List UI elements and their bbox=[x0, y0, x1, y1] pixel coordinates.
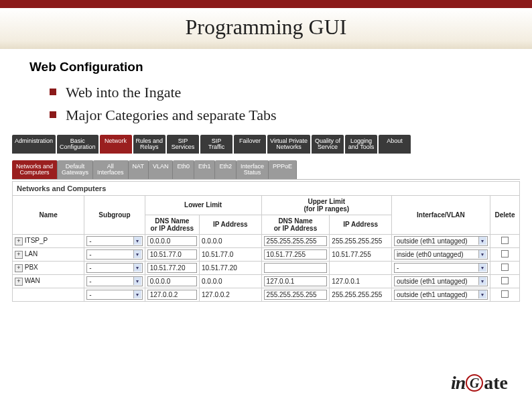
main-tab[interactable]: SIPServices bbox=[167, 135, 199, 154]
dropdown[interactable]: outside (eth1 untagged)▾ bbox=[394, 290, 488, 300]
chevron-down-icon: ▾ bbox=[478, 237, 486, 245]
lower-ip-cell: 127.0.0.2 bbox=[199, 288, 261, 301]
bullet-item: Web into the Ingate bbox=[50, 84, 503, 101]
bullet-marker bbox=[50, 89, 56, 95]
lower-ip-cell: 0.0.0.0 bbox=[199, 234, 261, 247]
panel-title: Networks and Computers bbox=[12, 181, 520, 195]
top-border bbox=[0, 0, 532, 8]
sub-tab[interactable]: AllInterfaces bbox=[93, 160, 129, 179]
main-tab[interactable]: Administration bbox=[12, 135, 56, 154]
expand-button[interactable]: + bbox=[15, 237, 23, 245]
main-tab[interactable]: About bbox=[379, 135, 411, 154]
networks-table: Name Subgroup Lower Limit Upper Limit(fo… bbox=[12, 195, 520, 302]
main-tab[interactable]: BasicConfiguration bbox=[57, 135, 98, 154]
text-input[interactable]: 127.0.0.2 bbox=[147, 290, 197, 300]
dropdown[interactable]: -▾ bbox=[86, 276, 142, 286]
bullet-marker bbox=[50, 111, 56, 118]
th-lower-ip: IP Address bbox=[199, 215, 261, 234]
upper-ip-cell: 10.51.77.255 bbox=[330, 247, 392, 261]
dropdown[interactable]: outside (eth1 untagged)▾ bbox=[394, 276, 488, 286]
main-tab[interactable]: Network bbox=[100, 135, 132, 154]
text-input[interactable]: 255.255.255.255 bbox=[264, 290, 328, 300]
logo-suf: ate bbox=[484, 372, 508, 394]
logo-mid: G bbox=[466, 374, 483, 392]
bullet-item: Major Categories and separate Tabs bbox=[50, 107, 503, 124]
text-input[interactable]: 255.255.255.255 bbox=[264, 236, 328, 246]
delete-checkbox[interactable] bbox=[501, 250, 509, 258]
row-name: WAN bbox=[25, 277, 40, 284]
subheading: Web Configuration bbox=[29, 60, 503, 74]
chevron-down-icon: ▾ bbox=[133, 264, 141, 272]
sub-tab[interactable]: DefaultGateways bbox=[58, 160, 93, 179]
main-tab[interactable]: SIPTraffic bbox=[200, 135, 232, 154]
delete-checkbox[interactable] bbox=[501, 264, 509, 271]
table-row: -▾127.0.0.2127.0.0.2255.255.255.255255.2… bbox=[13, 288, 520, 301]
dropdown[interactable]: -▾ bbox=[86, 236, 142, 246]
sub-tab[interactable]: Eth0 bbox=[173, 160, 194, 179]
sub-tab[interactable]: Eth1 bbox=[194, 160, 216, 179]
main-tab[interactable]: Quality ofService bbox=[312, 135, 344, 154]
dropdown[interactable]: -▾ bbox=[86, 290, 142, 300]
dropdown[interactable]: -▾ bbox=[86, 249, 142, 260]
text-input[interactable]: 10.51.77.20 bbox=[147, 263, 197, 273]
th-lower: Lower Limit bbox=[145, 195, 261, 215]
chevron-down-icon: ▾ bbox=[133, 277, 141, 285]
text-input[interactable]: 127.0.0.1 bbox=[264, 276, 328, 286]
text-input[interactable] bbox=[264, 263, 328, 273]
upper-ip-cell: 127.0.0.1 bbox=[330, 274, 392, 288]
delete-checkbox[interactable] bbox=[501, 290, 509, 298]
chevron-down-icon: ▾ bbox=[133, 250, 141, 258]
delete-checkbox[interactable] bbox=[501, 237, 509, 244]
row-name: LAN bbox=[25, 250, 38, 258]
dropdown[interactable]: -▾ bbox=[86, 263, 142, 273]
text-input[interactable]: 0.0.0.0 bbox=[147, 276, 197, 286]
sub-tab[interactable]: NAT bbox=[129, 160, 149, 179]
chevron-down-icon: ▾ bbox=[133, 237, 141, 245]
row-name: PBX bbox=[25, 264, 38, 271]
delete-checkbox[interactable] bbox=[501, 277, 509, 284]
th-lower-dns: DNS Nameor IP Address bbox=[145, 215, 199, 234]
upper-ip-cell: 255.255.255.255 bbox=[330, 288, 392, 301]
lower-ip-cell: 10.51.77.0 bbox=[199, 247, 261, 261]
th-upper: Upper Limit(for IP ranges) bbox=[261, 195, 391, 215]
text-input[interactable]: 10.51.77.255 bbox=[264, 249, 328, 260]
chevron-down-icon: ▾ bbox=[478, 290, 486, 298]
expand-button[interactable]: + bbox=[15, 251, 23, 259]
main-tab[interactable]: Rules andRelays bbox=[133, 135, 166, 154]
expand-button[interactable]: + bbox=[15, 278, 23, 286]
chevron-down-icon: ▾ bbox=[478, 277, 486, 285]
bullet-text: Web into the Ingate bbox=[66, 84, 181, 101]
expand-button[interactable]: + bbox=[15, 264, 23, 272]
ingate-logo: in G ate bbox=[451, 372, 508, 394]
main-tab[interactable]: Virtual PrivateNetworks bbox=[267, 135, 310, 154]
main-tabs: AdministrationBasicConfigurationNetworkR… bbox=[12, 135, 520, 154]
th-subgroup: Subgroup bbox=[84, 195, 145, 234]
upper-ip-cell bbox=[330, 261, 392, 274]
sub-tab[interactable]: InterfaceStatus bbox=[237, 160, 269, 179]
text-input[interactable]: 0.0.0.0 bbox=[147, 236, 197, 246]
table-row: + WAN-▾0.0.0.00.0.0.0127.0.0.1127.0.0.1o… bbox=[13, 274, 520, 288]
sub-tab[interactable]: VLAN bbox=[149, 160, 174, 179]
sub-tabs: Networks andComputersDefaultGatewaysAllI… bbox=[12, 160, 520, 180]
page-title: Programming GUI bbox=[0, 15, 532, 40]
th-name: Name bbox=[13, 195, 84, 234]
table-row: + ITSP_P-▾0.0.0.00.0.0.0255.255.255.2552… bbox=[13, 234, 520, 247]
dropdown[interactable]: -▾ bbox=[394, 263, 488, 273]
main-tab[interactable]: Loggingand Tools bbox=[345, 135, 377, 154]
main-tab[interactable]: Failover bbox=[234, 135, 266, 154]
sub-tab[interactable]: Networks andComputers bbox=[12, 160, 58, 179]
chevron-down-icon: ▾ bbox=[133, 290, 141, 298]
bullet-text: Major Categories and separate Tabs bbox=[66, 107, 277, 124]
dropdown[interactable]: inside (eth0 untagged)▾ bbox=[394, 249, 488, 260]
text-input[interactable]: 10.51.77.0 bbox=[147, 249, 197, 260]
logo-pre: in bbox=[451, 372, 465, 394]
table-row: + PBX-▾10.51.77.2010.51.77.20-▾ bbox=[13, 261, 520, 274]
title-band: Programming GUI bbox=[0, 8, 532, 49]
sub-tab[interactable]: PPPoE bbox=[269, 160, 297, 179]
bullet-list: Web into the Ingate Major Categories and… bbox=[29, 84, 503, 124]
th-upper-dns: DNS Nameor IP Address bbox=[261, 215, 330, 234]
th-upper-ip: IP Address bbox=[330, 215, 392, 234]
th-delete: Delete bbox=[490, 195, 519, 234]
dropdown[interactable]: outside (eth1 untagged)▾ bbox=[394, 236, 488, 246]
sub-tab[interactable]: Eth2 bbox=[215, 160, 237, 179]
